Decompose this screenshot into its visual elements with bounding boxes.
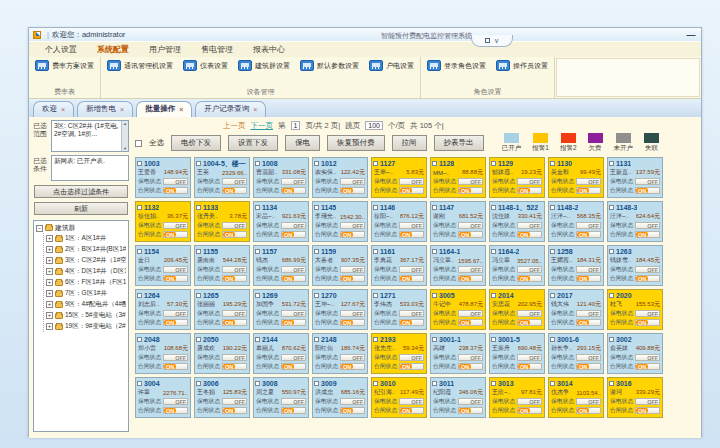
card-checkbox[interactable] (314, 293, 319, 298)
doc-tab-批量操作[interactable]: 批量操作× (136, 101, 192, 117)
card-checkbox[interactable] (609, 381, 614, 386)
protect-status-toggle[interactable]: OFF (163, 178, 188, 185)
scroll-down-icon[interactable]: ▼ (123, 146, 127, 151)
card-checkbox[interactable] (255, 205, 260, 210)
switch-status-toggle[interactable]: ON (222, 319, 247, 326)
switch-status-toggle[interactable]: ON (163, 187, 188, 194)
close-icon[interactable]: × (120, 106, 124, 113)
card-checkbox[interactable] (314, 205, 319, 210)
switch-status-toggle[interactable]: ON (517, 363, 542, 370)
protect-status-toggle[interactable]: OFF (458, 178, 483, 185)
doc-tab-开户记录查询[interactable]: 开户记录查询× (195, 101, 266, 117)
protect-status-toggle[interactable]: OFF (163, 398, 188, 405)
protect-status-toggle[interactable]: OFF (517, 398, 542, 405)
switch-status-toggle[interactable]: ON (163, 319, 188, 326)
tree-node[interactable]: +9区：4#配电井（4#配... (46, 299, 126, 310)
protect-status-toggle[interactable]: OFF (163, 354, 188, 361)
card-checkbox[interactable] (196, 293, 201, 298)
expand-icon[interactable]: + (46, 246, 53, 253)
card-checkbox[interactable] (137, 293, 142, 298)
switch-status-toggle[interactable]: ON (281, 363, 306, 370)
switch-status-toggle[interactable]: ON (399, 319, 424, 326)
menu-tab-售电管理[interactable]: 售电管理 (201, 44, 233, 55)
card-checkbox[interactable] (491, 381, 496, 386)
protect-status-toggle[interactable]: OFF (281, 354, 306, 361)
protect-status-toggle[interactable]: OFF (635, 310, 660, 317)
card-checkbox[interactable] (609, 249, 614, 254)
card-checkbox[interactable] (432, 293, 437, 298)
card-checkbox[interactable] (255, 337, 260, 342)
switch-status-toggle[interactable]: ON (576, 275, 601, 282)
card-checkbox[interactable] (432, 161, 437, 166)
protect-status-toggle[interactable]: OFF (458, 222, 483, 229)
switch-status-toggle[interactable]: ON (281, 231, 306, 238)
tree-node[interactable]: +3区：C区2#井（1#空... (46, 255, 126, 266)
expand-icon[interactable]: + (46, 301, 53, 308)
protect-status-toggle[interactable]: OFF (222, 178, 247, 185)
protect-status-toggle[interactable]: OFF (517, 222, 542, 229)
switch-status-toggle[interactable]: ON (399, 407, 424, 414)
switch-status-toggle[interactable]: ON (576, 363, 601, 370)
protect-status-toggle[interactable]: OFF (281, 222, 306, 229)
protect-status-toggle[interactable]: OFF (399, 222, 424, 229)
switch-status-toggle[interactable]: ON (458, 319, 483, 326)
switch-status-toggle[interactable]: ON (576, 319, 601, 326)
minimize-button[interactable]: — (685, 30, 697, 40)
switch-status-toggle[interactable]: ON (222, 275, 247, 282)
switch-status-toggle[interactable]: ON (163, 275, 188, 282)
card-checkbox[interactable] (491, 161, 496, 166)
card-checkbox[interactable] (255, 293, 260, 298)
action-button-保电[interactable]: 保电 (285, 135, 320, 151)
card-checkbox[interactable] (432, 249, 437, 254)
card-checkbox[interactable] (550, 293, 555, 298)
switch-status-toggle[interactable]: ON (576, 231, 601, 238)
protect-status-toggle[interactable]: OFF (458, 398, 483, 405)
switch-status-toggle[interactable]: ON (281, 187, 306, 194)
card-checkbox[interactable] (255, 249, 260, 254)
protect-status-toggle[interactable]: OFF (340, 398, 365, 405)
card-checkbox[interactable] (373, 337, 378, 342)
card-checkbox[interactable] (491, 293, 496, 298)
protect-status-toggle[interactable]: OFF (222, 398, 247, 405)
card-checkbox[interactable] (196, 381, 201, 386)
expand-icon[interactable]: + (46, 323, 53, 330)
switch-status-toggle[interactable]: ON (163, 231, 188, 238)
doc-tab-欢迎[interactable]: 欢迎× (33, 101, 74, 117)
switch-status-toggle[interactable]: ON (635, 275, 660, 282)
ribbon-button-操作员设置[interactable]: 操作员设置 (496, 60, 548, 71)
protect-status-toggle[interactable]: OFF (517, 310, 542, 317)
protect-status-toggle[interactable]: OFF (635, 178, 660, 185)
card-checkbox[interactable] (609, 337, 614, 342)
tree-node[interactable]: +7区：G区1#井 (46, 288, 126, 299)
menu-tab-报表中心[interactable]: 报表中心 (253, 44, 285, 55)
expand-icon[interactable]: + (46, 279, 53, 286)
protect-status-toggle[interactable]: OFF (635, 266, 660, 273)
protect-status-toggle[interactable]: OFF (458, 266, 483, 273)
card-checkbox[interactable] (137, 381, 142, 386)
switch-status-toggle[interactable]: ON (399, 231, 424, 238)
switch-status-toggle[interactable]: ON (517, 187, 542, 194)
switch-status-toggle[interactable]: ON (517, 231, 542, 238)
protect-status-toggle[interactable]: OFF (399, 354, 424, 361)
card-checkbox[interactable] (196, 205, 201, 210)
menu-tab-个人设置[interactable]: 个人设置 (45, 44, 77, 55)
action-button-电价下发[interactable]: 电价下发 (171, 135, 221, 151)
card-checkbox[interactable] (196, 161, 201, 166)
switch-status-toggle[interactable]: ON (458, 407, 483, 414)
switch-status-toggle[interactable]: ON (399, 187, 424, 194)
protect-status-toggle[interactable]: OFF (399, 310, 424, 317)
protect-status-toggle[interactable]: OFF (281, 266, 306, 273)
switch-status-toggle[interactable]: ON (281, 319, 306, 326)
card-checkbox[interactable] (196, 249, 201, 254)
card-checkbox[interactable] (432, 381, 437, 386)
card-checkbox[interactable] (609, 161, 614, 166)
card-checkbox[interactable] (137, 249, 142, 254)
switch-status-toggle[interactable]: ON (222, 407, 247, 414)
protect-status-toggle[interactable]: OFF (222, 310, 247, 317)
switch-status-toggle[interactable]: ON (635, 407, 660, 414)
switch-status-toggle[interactable]: ON (340, 187, 365, 194)
card-checkbox[interactable] (609, 293, 614, 298)
ribbon-button-仪表设置[interactable]: 仪表设置 (183, 60, 228, 71)
switch-status-toggle[interactable]: ON (635, 319, 660, 326)
tree-node[interactable]: +6区：F区1#井（F区1#... (46, 277, 126, 288)
